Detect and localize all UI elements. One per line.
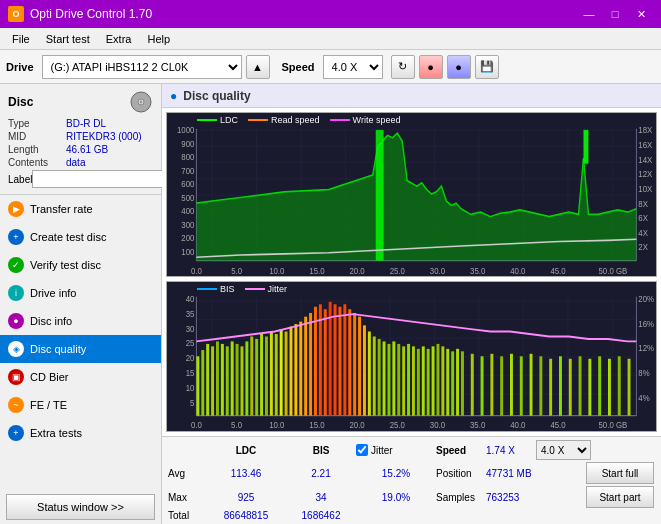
menu-help[interactable]: Help (139, 31, 178, 47)
svg-point-2 (140, 101, 143, 104)
nav-disc-quality[interactable]: ◈ Disc quality (0, 335, 161, 363)
svg-text:18X: 18X (638, 125, 652, 136)
content-header: ● Disc quality (162, 84, 661, 108)
maximize-button[interactable]: □ (603, 5, 627, 23)
menu-start-test[interactable]: Start test (38, 31, 98, 47)
svg-rect-47 (216, 342, 219, 416)
legend-write: Write speed (330, 115, 401, 125)
svg-rect-54 (250, 337, 253, 416)
svg-text:10.0: 10.0 (269, 420, 284, 431)
avg-label: Avg (168, 468, 206, 479)
svg-rect-79 (373, 337, 376, 416)
svg-rect-107 (559, 357, 562, 416)
eject-button[interactable]: ▲ (246, 55, 270, 79)
disc-info-panel: Disc Type BD-R DL MID RITEKDR3 (000) Len… (0, 84, 161, 195)
svg-text:500: 500 (181, 192, 194, 203)
svg-rect-87 (412, 347, 415, 416)
svg-text:900: 900 (181, 138, 194, 149)
svg-rect-66 (309, 313, 312, 416)
svg-rect-81 (383, 342, 386, 416)
svg-rect-51 (236, 344, 239, 416)
svg-rect-83 (392, 342, 395, 416)
svg-text:30.0: 30.0 (430, 420, 445, 431)
close-button[interactable]: ✕ (629, 5, 653, 23)
max-position: 47731 MB (486, 468, 586, 479)
drive-info-icon: i (8, 285, 24, 301)
label-label: Label (8, 174, 32, 185)
disc-info-icon: ● (8, 313, 24, 329)
svg-text:10: 10 (186, 383, 195, 394)
svg-text:20.0: 20.0 (349, 420, 364, 431)
svg-rect-63 (294, 325, 297, 417)
nav-cd-bier[interactable]: ▣ CD Bier (0, 363, 161, 391)
svg-text:5.0: 5.0 (231, 420, 242, 431)
nav-transfer-rate[interactable]: ▶ Transfer rate (0, 195, 161, 223)
svg-rect-73 (343, 305, 346, 416)
svg-rect-8 (583, 130, 588, 164)
legend-ldc: LDC (197, 115, 238, 125)
max-jitter: 19.0% (356, 492, 436, 503)
disc-quality-icon: ◈ (8, 341, 24, 357)
nav-create-test-disc[interactable]: + Create test disc (0, 223, 161, 251)
svg-rect-65 (304, 317, 307, 416)
svg-rect-53 (245, 342, 248, 416)
speed-select[interactable]: 4.0 X (323, 55, 383, 79)
status-window-btn[interactable]: Status window >> (6, 494, 155, 520)
svg-text:10.0: 10.0 (269, 266, 285, 277)
legend-ldc-label: LDC (220, 115, 238, 125)
svg-rect-52 (240, 347, 243, 416)
nav-extra-tests[interactable]: + Extra tests (0, 419, 161, 447)
svg-text:400: 400 (181, 206, 194, 217)
refresh-button[interactable]: ↻ (391, 55, 415, 79)
svg-text:8X: 8X (638, 198, 648, 209)
legend-bis-dot (197, 288, 217, 290)
legend-ldc-dot (197, 119, 217, 121)
nav-fe-te[interactable]: ~ FE / TE (0, 391, 161, 419)
fe-te-icon: ~ (8, 397, 24, 413)
content-header-title: Disc quality (183, 89, 250, 103)
total-samples: 763253 (486, 492, 586, 503)
save-button[interactable]: 💾 (475, 55, 499, 79)
speed-select-stats[interactable]: 4.0 X (536, 440, 591, 460)
label-input[interactable] (32, 170, 165, 188)
start-full-btn[interactable]: Start full (586, 462, 654, 484)
nav-disc-info[interactable]: ● Disc info (0, 307, 161, 335)
red-button[interactable]: ● (419, 55, 443, 79)
svg-rect-78 (368, 332, 371, 416)
create-test-disc-icon: + (8, 229, 24, 245)
svg-rect-103 (520, 357, 523, 416)
contents-label: Contents (8, 157, 66, 168)
start-part-btn[interactable]: Start part (586, 486, 654, 508)
menu-extra[interactable]: Extra (98, 31, 140, 47)
svg-rect-75 (353, 313, 356, 416)
stats-header-row: LDC BIS Jitter Speed 1.74 X 4.0 X (168, 440, 655, 460)
blue-button[interactable]: ● (447, 55, 471, 79)
nav-drive-info[interactable]: i Drive info (0, 279, 161, 307)
svg-rect-84 (397, 344, 400, 416)
max-row: Max 925 34 19.0% Samples 763253 Start pa… (168, 486, 655, 508)
svg-rect-96 (456, 349, 459, 416)
svg-text:30.0: 30.0 (430, 266, 446, 277)
menu-bar: File Start test Extra Help (0, 28, 661, 50)
disc-icon (129, 90, 153, 114)
menu-file[interactable]: File (4, 31, 38, 47)
nav-verify-test-disc[interactable]: ✓ Verify test disc (0, 251, 161, 279)
svg-rect-100 (490, 354, 493, 416)
svg-rect-59 (275, 334, 278, 416)
charts-container: LDC Read speed Write speed (162, 108, 661, 436)
svg-rect-102 (510, 354, 513, 416)
svg-text:14X: 14X (638, 154, 652, 165)
legend-write-label: Write speed (353, 115, 401, 125)
svg-rect-113 (618, 357, 621, 416)
svg-rect-45 (206, 344, 209, 416)
svg-rect-71 (334, 305, 337, 416)
svg-rect-72 (338, 307, 341, 416)
minimize-button[interactable]: — (577, 5, 601, 23)
drive-select[interactable]: (G:) ATAPI iHBS112 2 CL0K (42, 55, 242, 79)
svg-text:35.0: 35.0 (470, 266, 486, 277)
speed-label: Speed (282, 61, 315, 73)
svg-rect-61 (285, 332, 288, 416)
jitter-checkbox[interactable] (356, 444, 368, 456)
svg-rect-58 (270, 332, 273, 416)
svg-text:1000: 1000 (177, 125, 195, 136)
